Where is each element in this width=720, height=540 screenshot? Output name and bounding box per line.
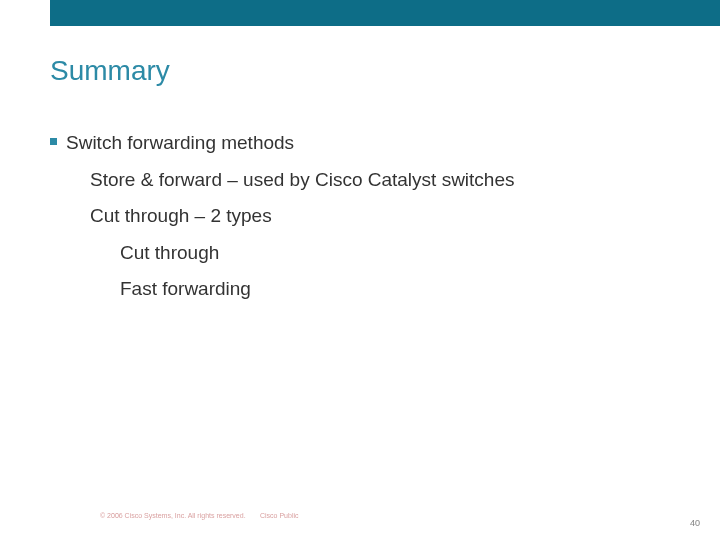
bullet-level2: Store & forward – used by Cisco Catalyst…: [50, 167, 680, 194]
bullet-square-icon: [50, 138, 57, 145]
page-number: 40: [690, 518, 700, 528]
bullet-level3: Fast forwarding: [50, 276, 680, 303]
bullet-text: Cut through: [120, 242, 219, 263]
bullet-text: Store & forward – used by Cisco Catalyst…: [90, 169, 515, 190]
slide-content: Switch forwarding methods Store & forwar…: [50, 130, 680, 313]
bullet-level3: Cut through: [50, 240, 680, 267]
bullet-level2: Cut through – 2 types: [50, 203, 680, 230]
header-bar: [50, 0, 720, 26]
bullet-text: Switch forwarding methods: [66, 132, 294, 153]
slide-title: Summary: [50, 55, 170, 87]
bullet-text: Fast forwarding: [120, 278, 251, 299]
classification-text: Cisco Public: [260, 512, 299, 519]
copyright-text: © 2006 Cisco Systems, Inc. All rights re…: [100, 512, 246, 519]
footer: © 2006 Cisco Systems, Inc. All rights re…: [0, 512, 720, 528]
bullet-level1: Switch forwarding methods: [50, 130, 680, 157]
bullet-text: Cut through – 2 types: [90, 205, 272, 226]
